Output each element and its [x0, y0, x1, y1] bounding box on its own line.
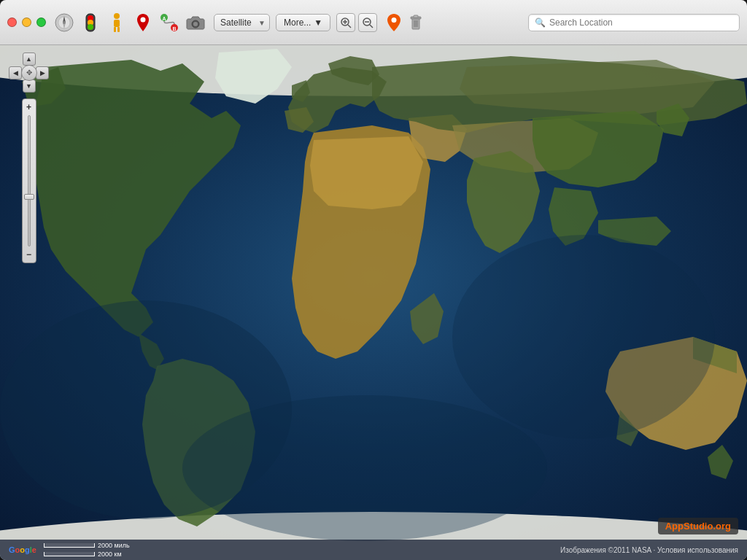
zoom-plus-button[interactable]: +	[24, 102, 34, 112]
zoom-out-button[interactable]	[358, 13, 377, 32]
window-controls	[7, 18, 46, 27]
svg-rect-11	[114, 27, 116, 32]
appstudio-badge: AppStudio.org	[658, 518, 738, 534]
zoom-thumb[interactable]	[24, 194, 34, 200]
zoom-slider[interactable]: + −	[22, 98, 36, 263]
search-input[interactable]	[549, 18, 733, 28]
zoom-controls	[336, 13, 377, 32]
map-controls: ▲ ▼ ◀ ▶ ✥ + −	[9, 52, 49, 263]
pin-drop-tool[interactable]	[383, 12, 405, 34]
map-area[interactable]: ▲ ▼ ◀ ▶ ✥ + − AppStudio.org	[0, 45, 747, 560]
svg-line-21	[348, 25, 351, 28]
svg-point-13	[141, 17, 146, 22]
more-button[interactable]: More... ▼	[276, 14, 330, 31]
scale-bar: 2000 миль 2000 км	[44, 542, 130, 558]
map-type-selector[interactable]: Satellite Map Hybrid Terrain ▼	[214, 14, 270, 31]
titlebar: A B Satellite Map Hybrid	[0, 0, 747, 45]
scale-miles: 2000 миль	[44, 542, 130, 549]
camera-tool[interactable]	[185, 12, 206, 34]
copyright-text: Изображения ©2011 NASA · Условия использ…	[139, 546, 738, 554]
pan-center-button[interactable]: ✥	[21, 65, 37, 81]
more-dropdown-arrow-icon: ▼	[314, 18, 322, 28]
google-logo: Google	[9, 545, 36, 554]
scale-km: 2000 км	[44, 551, 130, 558]
svg-point-39	[182, 395, 547, 541]
zoom-in-button[interactable]	[336, 13, 355, 32]
search-icon: 🔍	[535, 18, 546, 28]
zoom-track[interactable]	[28, 115, 31, 246]
trash-tool[interactable]	[405, 12, 427, 34]
svg-line-25	[370, 25, 373, 28]
map-type-dropdown[interactable]: Satellite Map Hybrid Terrain	[214, 14, 270, 31]
app-window: A B Satellite Map Hybrid	[0, 0, 747, 560]
scale-ruler-km	[44, 552, 95, 556]
pan-left-button[interactable]: ◀	[9, 66, 22, 79]
svg-rect-12	[117, 27, 120, 32]
traffic-tool[interactable]	[80, 12, 101, 34]
svg-rect-10	[114, 20, 120, 27]
navigation-wheel[interactable]: ▲ ▼ ◀ ▶ ✥	[9, 52, 49, 93]
route-tool[interactable]: A B	[158, 12, 180, 34]
svg-text:B: B	[172, 26, 176, 31]
close-button[interactable]	[7, 18, 17, 27]
toolbar: A B	[53, 12, 206, 34]
satellite-map[interactable]: ▲ ▼ ◀ ▶ ✥ + − AppStudio.org	[0, 45, 747, 560]
appstudio-tld: .org	[713, 521, 731, 532]
svg-point-38	[452, 235, 715, 439]
bottom-bar: Google 2000 миль 2000 км Изображения ©20…	[0, 540, 747, 560]
svg-point-9	[114, 13, 120, 19]
svg-rect-30	[414, 15, 418, 18]
pan-up-button[interactable]: ▲	[23, 52, 36, 66]
svg-point-19	[193, 22, 198, 26]
svg-point-27	[392, 18, 397, 23]
svg-point-8	[88, 24, 93, 30]
search-box[interactable]: 🔍	[528, 14, 740, 31]
pin-tool[interactable]	[132, 12, 154, 34]
scale-ruler-miles	[44, 543, 95, 548]
zoom-minus-button[interactable]: −	[24, 249, 34, 260]
minimize-button[interactable]	[22, 18, 31, 27]
maximize-button[interactable]	[36, 18, 46, 27]
compass-tool[interactable]	[53, 12, 75, 34]
pegman-tool[interactable]	[106, 12, 128, 34]
pan-right-button[interactable]: ▶	[36, 66, 49, 79]
svg-text:A: A	[162, 16, 166, 21]
svg-point-4	[63, 21, 66, 24]
pan-down-button[interactable]: ▼	[23, 79, 36, 93]
